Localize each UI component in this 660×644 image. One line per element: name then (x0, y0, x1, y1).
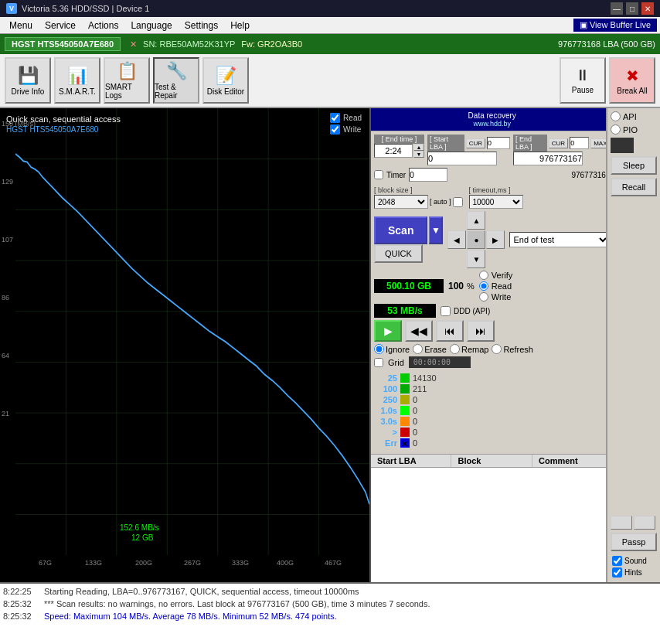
err-label-err: Err (374, 438, 397, 448)
minimize-button[interactable]: — (611, 2, 623, 15)
graph-svg (15, 108, 369, 555)
recall-button[interactable]: Recall (611, 178, 657, 196)
timeout-select[interactable]: 10000 (469, 195, 523, 209)
dir-up-button[interactable]: ▲ (467, 211, 485, 230)
end-time-input[interactable] (374, 144, 413, 158)
end-time-up[interactable]: ▲ (413, 144, 424, 151)
quick-button[interactable]: QUICK (374, 244, 423, 263)
err-bar-25 (400, 373, 410, 383)
grid-display: 00:00:00 (409, 356, 471, 368)
write-radio[interactable] (479, 292, 488, 302)
menu-item-actions[interactable]: Actions (82, 19, 124, 32)
ignore-radio[interactable] (374, 344, 384, 354)
end-time-label: [ End time ] (374, 135, 424, 144)
smart-button[interactable]: 📊 S.M.A.R.T. (54, 57, 100, 104)
end-time-down[interactable]: ▼ (413, 151, 424, 158)
err-count-100: 211 (413, 384, 427, 394)
end-test-select[interactable]: End of test (509, 232, 610, 247)
menu-item-settings[interactable]: Settings (179, 19, 224, 32)
read-checkbox[interactable] (330, 113, 340, 123)
start-lba-cur-input[interactable] (487, 137, 510, 149)
erase-radio[interactable] (413, 344, 423, 354)
refresh-radio[interactable] (492, 344, 502, 354)
end-lba-cur-button[interactable]: CUR (549, 138, 568, 148)
scan-dropdown-button[interactable]: ▼ (429, 216, 443, 244)
x-label-67g: 67G (39, 559, 52, 567)
rewind-button[interactable]: ◀◀ (405, 320, 433, 342)
table-col-block: Block (451, 455, 532, 467)
test-repair-label: Test & Repair (155, 83, 198, 100)
device-close-icon[interactable]: ✕ (130, 39, 137, 49)
timer-input[interactable] (409, 168, 447, 182)
menu-item-language[interactable]: Language (124, 19, 178, 32)
grid-checkbox[interactable] (374, 358, 383, 367)
menu-item-menu[interactable]: Menu (3, 19, 39, 32)
table-area: Start LBA Block Comment (371, 454, 613, 582)
hints-item: Hints (612, 567, 655, 578)
test-repair-button[interactable]: 🔧 Test & Repair (153, 57, 199, 104)
disk-editor-button[interactable]: 📝 Disk Editor (202, 57, 249, 104)
dir-center: ● (467, 230, 485, 249)
drive-info-button[interactable]: 💾 Drive Info (5, 57, 51, 104)
smart-logs-button[interactable]: 📋 SMART Logs (104, 57, 150, 104)
small-btn-1[interactable] (611, 516, 632, 530)
write-checkbox[interactable] (330, 124, 340, 135)
controls-section: [ End time ] ▲ ▼ (371, 131, 613, 454)
block-size-select[interactable]: 2048 (374, 195, 428, 209)
error-row-3s: 3.0s 0 (374, 417, 610, 426)
remap-radio[interactable] (450, 344, 460, 354)
error-row-100: 100 211 (374, 384, 610, 394)
passp-button[interactable]: Passp (611, 533, 657, 551)
buffer-view-button[interactable]: ▣ View Buffer Live (573, 19, 657, 32)
titlebar: V Victoria 5.36 HDD/SSD | Device 1 — □ ✕ (0, 0, 660, 17)
err-bar-1s (400, 406, 410, 415)
small-btn-2[interactable] (634, 516, 655, 530)
pct-value: 100 (448, 281, 464, 291)
error-row-25: 25 14130 (374, 373, 610, 383)
pause-button[interactable]: ⏸ Pause (560, 57, 606, 104)
skip-back-button[interactable]: ⏮ (436, 320, 464, 342)
pio-indicator (611, 138, 634, 153)
menu-item-help[interactable]: Help (224, 19, 256, 32)
x-label-333g: 333G (232, 559, 249, 567)
end-lba-input[interactable] (513, 152, 583, 165)
end-lba-cur-input[interactable] (570, 137, 589, 149)
log-row-3: 8:25:32 Speed: Maximum 104 MB/s. Average… (3, 610, 657, 622)
maximize-button[interactable]: □ (626, 2, 638, 15)
auto-checkbox[interactable] (453, 197, 463, 207)
x-label-267g: 267G (184, 559, 201, 567)
sound-hints: Sound Hints (611, 554, 657, 579)
start-lba-input[interactable] (427, 152, 497, 165)
sound-checkbox[interactable] (612, 556, 622, 566)
dir-down-button[interactable]: ▼ (467, 250, 485, 268)
close-button[interactable]: ✕ (641, 2, 654, 15)
verify-radio[interactable] (479, 271, 488, 280)
device-sn-value: RBE50AM52K31YP (159, 39, 235, 49)
dir-left-button[interactable]: ◀ (447, 230, 466, 249)
pause-icon: ⏸ (575, 66, 590, 84)
legend-write-label: Write (343, 125, 361, 134)
sleep-button[interactable]: Sleep (611, 156, 657, 175)
read-radio[interactable] (479, 281, 488, 291)
start-lba-cur-button[interactable]: CUR (466, 138, 485, 148)
timer-checkbox[interactable] (374, 170, 383, 179)
api-radio[interactable] (611, 111, 621, 121)
y-label-64: 64 (2, 352, 9, 359)
err-label-25: 25 (374, 373, 397, 383)
break-all-button[interactable]: ✖ Break All (609, 57, 655, 104)
dir-right-button[interactable]: ▶ (486, 230, 505, 249)
ddd-checkbox[interactable] (441, 306, 451, 316)
auto-section: [ auto ] (430, 197, 463, 207)
menu-item-service[interactable]: Service (39, 19, 82, 32)
log-text-1: Starting Reading, LBA=0..976773167, QUIC… (44, 585, 359, 598)
sound-label: Sound (624, 557, 647, 565)
skip-fwd-button[interactable]: ⏭ (467, 320, 495, 342)
hints-checkbox[interactable] (612, 567, 622, 578)
erase-radio-item: Erase (413, 344, 447, 354)
play-button[interactable]: ▶ (374, 320, 402, 342)
pio-radio[interactable] (611, 124, 621, 135)
table-col-comment: Comment (532, 455, 613, 467)
scan-button[interactable]: Scan (374, 216, 427, 244)
timeout-label: [ timeout,ms ] (469, 186, 511, 194)
y-label-129: 129 (2, 178, 13, 186)
